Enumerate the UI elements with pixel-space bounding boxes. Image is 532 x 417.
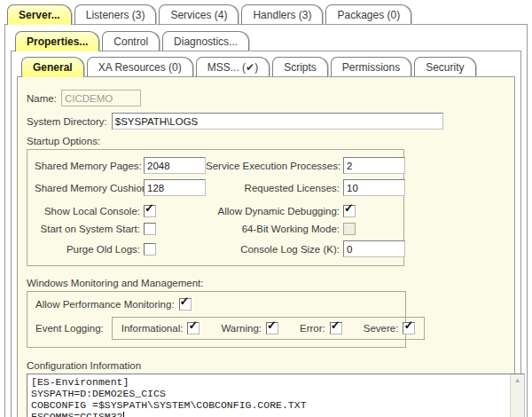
startup-spacer	[35, 196, 396, 205]
server-properties-page: Server... Listeners (3) Services (4) Han…	[0, 0, 532, 417]
start-on-system-start-checkbox[interactable]: ✓	[144, 223, 156, 235]
startup-fields-grid: Shared Memory Pages: Service Execution P…	[35, 157, 396, 196]
tab-handlers[interactable]: Handlers (3)	[241, 4, 323, 25]
shared-memory-cushion-label: Shared Memory Cushion:	[35, 183, 140, 193]
error-checkbox[interactable]: ✓	[330, 322, 342, 334]
check-icon: ✓	[344, 202, 354, 215]
check-icon: ✓	[403, 319, 413, 332]
monitoring-group: Allow Performance Monitoring: ✓ Event Lo…	[27, 291, 406, 348]
general-tab-panel: Name: System Directory: Startup Options:…	[17, 76, 515, 417]
config-scrollbar[interactable]: ▲ ▼	[510, 374, 524, 417]
config-line: SYSPATH=D:DEMO2ES_CICS	[31, 388, 506, 399]
config-line: FSCOMMS=CCISM32	[31, 411, 506, 417]
tab-xa-resources[interactable]: XA Resources (0)	[87, 57, 193, 77]
tab-general[interactable]: General	[21, 57, 84, 77]
tab-server[interactable]: Server...	[7, 4, 72, 25]
config-line: [ES-Environment]	[31, 376, 506, 388]
64bit-working-mode-checkbox: ✓	[343, 223, 356, 235]
tab-mss[interactable]: MSS... (✔)	[196, 57, 270, 77]
top-tab-bar: Server... Listeners (3) Services (4) Han…	[7, 0, 532, 25]
system-directory-row: System Directory:	[27, 113, 505, 130]
general-tab-bar: General XA Resources (0) MSS... (✔) Scri…	[21, 57, 520, 77]
warning-pair: Warning: ✓	[221, 322, 278, 334]
check-icon: ✓	[188, 319, 198, 332]
informational-pair: Informational: ✓	[121, 322, 200, 334]
show-local-console-label: Show Local Console:	[35, 206, 140, 216]
warning-label: Warning:	[221, 323, 262, 334]
configuration-information-textarea[interactable]: [ES-Environment] SYSPATH=D:DEMO2ES_CICS …	[27, 374, 525, 417]
tab-permissions[interactable]: Permissions	[331, 57, 411, 77]
error-pair: Error: ✓	[300, 322, 342, 334]
allow-performance-monitoring-label: Allow Performance Monitoring:	[35, 299, 175, 310]
purge-old-logs-checkbox[interactable]: ✓	[144, 243, 156, 256]
event-logging-group: Informational: ✓ Warning: ✓ Error: ✓	[112, 317, 426, 340]
purge-old-logs-label: Purge Old Logs:	[35, 244, 140, 255]
monitoring-heading: Windows Monitoring and Management:	[27, 278, 505, 288]
startup-options-heading: Startup Options:	[27, 136, 505, 146]
name-label: Name:	[27, 93, 57, 104]
error-label: Error:	[300, 323, 325, 334]
severe-checkbox[interactable]: ✓	[403, 322, 415, 334]
text-cursor	[123, 412, 124, 417]
tab-control[interactable]: Control	[102, 31, 160, 51]
check-icon: ✓	[145, 202, 154, 215]
name-field[interactable]	[61, 90, 141, 106]
service-execution-processes-label: Service Execution Processes:	[206, 161, 340, 171]
tab-listeners[interactable]: Listeners (3)	[74, 4, 157, 25]
allow-performance-monitoring-checkbox[interactable]: ✓	[179, 298, 192, 311]
informational-checkbox[interactable]: ✓	[187, 322, 200, 334]
properties-tab-bar: Properties... Control Diagnostics...	[15, 31, 527, 51]
console-log-size-field[interactable]	[343, 240, 405, 257]
event-logging-label: Event Logging:	[35, 323, 104, 334]
64bit-working-mode-label: 64-Bit Working Mode:	[206, 224, 340, 234]
tab-properties[interactable]: Properties...	[15, 31, 99, 51]
service-execution-processes-field[interactable]	[343, 157, 405, 174]
requested-licenses-label: Requested Licenses:	[206, 183, 340, 193]
check-icon: ✓	[267, 319, 277, 332]
configuration-information-heading: Configuration Information	[27, 360, 505, 371]
console-log-size-label: Console Log Size (K):	[206, 244, 340, 255]
warning-checkbox[interactable]: ✓	[266, 322, 278, 334]
tab-services[interactable]: Services (4)	[159, 4, 239, 25]
system-directory-label: System Directory:	[27, 116, 107, 127]
startup-checkbox-grid: Show Local Console: ✓ Allow Dynamic Debu…	[35, 205, 396, 257]
allow-dynamic-debugging-label: Allow Dynamic Debugging:	[206, 206, 340, 216]
startup-options-group: Shared Memory Pages: Service Execution P…	[27, 149, 404, 266]
severe-label: Severe:	[364, 323, 399, 334]
shared-memory-cushion-field[interactable]	[144, 179, 206, 196]
informational-label: Informational:	[121, 323, 184, 334]
config-line: COBCONFIG =$SYSPATH\SYSTEM\COBCONFIG.COR…	[31, 399, 506, 411]
check-icon: ✓	[331, 319, 340, 332]
tab-packages[interactable]: Packages (0)	[325, 4, 411, 25]
tab-diagnostics[interactable]: Diagnostics...	[162, 31, 249, 51]
name-row: Name:	[27, 90, 505, 106]
shared-memory-pages-label: Shared Memory Pages:	[35, 161, 140, 171]
properties-tab-panel: General XA Resources (0) MSS... (✔) Scri…	[11, 51, 521, 417]
allow-dynamic-debugging-checkbox[interactable]: ✓	[343, 205, 356, 217]
server-tab-panel: Properties... Control Diagnostics... Gen…	[4, 24, 528, 417]
check-icon: ✓	[180, 295, 190, 308]
tab-security[interactable]: Security	[414, 57, 475, 77]
performance-monitoring-row: Allow Performance Monitoring: ✓	[35, 298, 397, 311]
scroll-up-icon[interactable]: ▲	[514, 374, 521, 387]
tab-scripts[interactable]: Scripts	[272, 57, 328, 77]
shared-memory-pages-field[interactable]	[144, 157, 206, 174]
severe-pair: Severe: ✓	[364, 322, 416, 334]
start-on-system-start-label: Start on System Start:	[35, 224, 140, 234]
show-local-console-checkbox[interactable]: ✓	[144, 205, 156, 217]
requested-licenses-field[interactable]	[343, 179, 405, 196]
system-directory-field[interactable]	[112, 113, 443, 130]
event-logging-row: Event Logging: Informational: ✓ Warning:…	[35, 317, 397, 340]
